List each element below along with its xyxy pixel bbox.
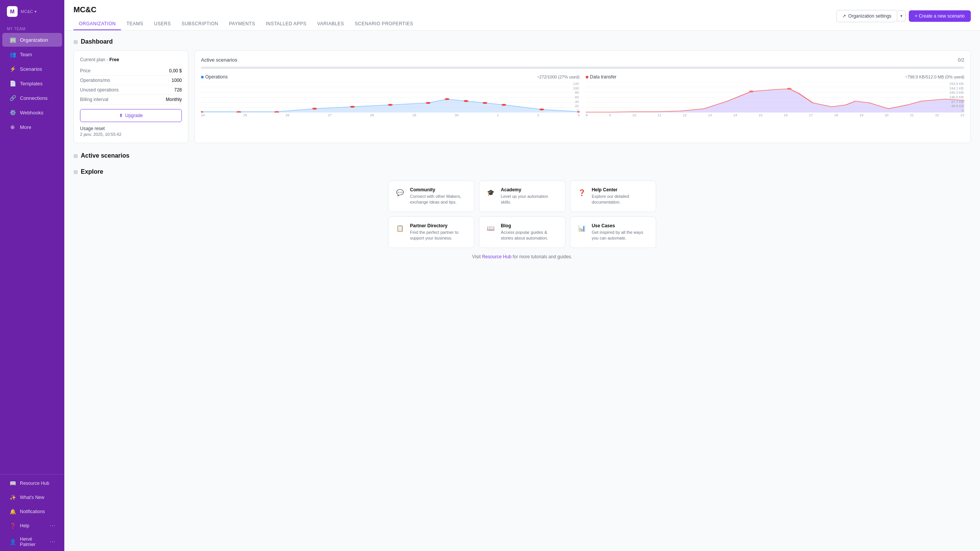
dt-chart-svg [586, 82, 964, 112]
unused-label: Unused operations [80, 87, 119, 93]
active-scenarios-collapse-icon: ▤ [74, 153, 78, 158]
resource-hub-visit-text: Visit [472, 254, 480, 259]
sidebar-item-webhooks[interactable]: ⚙️ Webhooks [2, 106, 62, 119]
sidebar: M MC&C ▾ MY TEAM 🏢 Organization 👥 Team ⚡… [0, 0, 64, 551]
community-title: Community [410, 187, 468, 192]
community-text: Community Connect with other Makers, exc… [410, 187, 468, 205]
tab-users[interactable]: USERS [149, 18, 176, 30]
explore-card-blog[interactable]: 📖 Blog Access popular guides & stories a… [479, 217, 565, 248]
explore-card-community[interactable]: 💬 Community Connect with other Makers, e… [388, 181, 474, 212]
sidebar-item-resource-hub[interactable]: 📖 Resource Hub [2, 476, 62, 490]
explore-card-partner-directory[interactable]: 📋 Partner Directory Find the perfect par… [388, 217, 474, 248]
svg-point-16 [483, 102, 487, 104]
sidebar-item-label: Notifications [20, 509, 45, 514]
upgrade-button[interactable]: ⬆ Upgrade [80, 109, 182, 122]
sidebar-item-notifications[interactable]: 🔔 Notifications [2, 505, 62, 518]
scenarios-progress-bar [201, 67, 964, 69]
billing-value: Monthly [166, 97, 182, 102]
unused-value: 728 [174, 87, 182, 93]
sidebar-item-more[interactable]: ⊕ More [2, 120, 62, 134]
my-team-label: MY TEAM [0, 23, 64, 33]
active-scenarios-title: Active scenarios [81, 152, 129, 159]
operations-label: Operations/mo [80, 78, 110, 83]
ops-chart-svg [201, 82, 580, 112]
topbar-right: ↗ Organization settings ▾ + Create a new… [836, 10, 971, 26]
sidebar-item-label: Scenarios [20, 66, 42, 72]
dt-chart-label-row: Data transfer ~798.9 KB/512.0 MB (0% use… [586, 74, 964, 80]
team-icon: 👥 [9, 51, 16, 58]
explore-card-academy[interactable]: 🎓 Academy Level up your automation skill… [479, 181, 565, 212]
org-settings-label: Organization settings [848, 13, 892, 19]
org-settings-dropdown-button[interactable]: ▾ [897, 10, 906, 21]
whats-new-icon: ✨ [9, 494, 16, 501]
ops-chart-label: Operations [201, 74, 228, 80]
dt-title: Data transfer [590, 74, 616, 80]
community-desc: Connect with other Makers, exchange idea… [410, 194, 468, 205]
tab-payments[interactable]: PAYMENTS [224, 18, 260, 30]
explore-title: Explore [81, 168, 103, 175]
topbar: MC&C ORGANIZATION TEAMS USERS SUBSCRIPTI… [64, 0, 980, 31]
active-scenarios-section-header[interactable]: ▤ Active scenarios [74, 152, 971, 159]
plan-row-operations: Operations/mo 1000 [80, 76, 182, 85]
dashboard-section: ▤ Dashboard Current plan - Free Price 0,… [74, 38, 971, 143]
tab-variables[interactable]: VARIABLES [312, 18, 350, 30]
resource-hub-link[interactable]: Resource Hub [482, 254, 511, 259]
svg-point-17 [501, 104, 506, 106]
explore-section-header[interactable]: ▤ Explore [74, 168, 971, 175]
sidebar-item-templates[interactable]: 📄 Templates [2, 77, 62, 90]
sidebar-item-team[interactable]: 👥 Team [2, 47, 62, 61]
ops-chart-area: 120100806040200 [201, 82, 580, 112]
org-settings-button[interactable]: ↗ Organization settings [836, 10, 897, 22]
sidebar-item-help[interactable]: ❓ Help ⋯ [2, 519, 62, 533]
sidebar-item-label: Webhooks [20, 110, 43, 116]
help-center-text: Help Center Explore our detailed documen… [592, 187, 650, 205]
sidebar-item-label: Team [20, 52, 32, 57]
help-center-icon: ❓ [577, 187, 587, 198]
plan-row-billing: Billing interval Monthly [80, 95, 182, 104]
notifications-icon: 🔔 [9, 508, 16, 515]
upgrade-arrow-icon: ⬆ [119, 113, 123, 118]
create-scenario-button[interactable]: + Create a new scenario [909, 10, 971, 22]
partner-directory-text: Partner Directory Find the perfect partn… [410, 223, 468, 241]
external-link-icon: ↗ [842, 13, 846, 19]
active-scenarios-header: Active scenarios 0/2 [201, 57, 964, 63]
ops-y-labels: 120100806040200 [573, 82, 580, 112]
sidebar-item-scenarios[interactable]: ⚡ Scenarios [2, 62, 62, 76]
explore-card-use-cases[interactable]: 📊 Use Cases Get inspired by all the ways… [570, 217, 656, 248]
svg-point-18 [539, 109, 544, 111]
use-cases-desc: Get inspired by all the ways you can aut… [592, 230, 650, 241]
plan-row-unused: Unused operations 728 [80, 85, 182, 95]
sidebar-item-whats-new[interactable]: ✨ What's New [2, 491, 62, 504]
tab-installed-apps[interactable]: INSTALLED APPS [260, 18, 312, 30]
usage-reset: Usage reset 2 janv. 2025, 10:55:42 [80, 126, 182, 137]
resource-hub-text: Visit Resource Hub for more tutorials an… [74, 254, 971, 259]
explore-collapse-icon: ▤ [74, 169, 78, 174]
help-center-title: Help Center [592, 187, 650, 192]
sidebar-item-label: Templates [20, 81, 42, 86]
svg-point-11 [350, 106, 354, 108]
dashboard-collapse-icon: ▤ [74, 39, 78, 44]
current-plan-value: Free [109, 57, 119, 62]
active-scenarios-title: Active scenarios [201, 57, 237, 63]
dashboard-section-header[interactable]: ▤ Dashboard [74, 38, 971, 45]
ops-title: Operations [205, 74, 228, 80]
operations-value: 1000 [172, 78, 182, 83]
page-title: MC&C [74, 5, 419, 14]
blog-text: Blog Access popular guides & stories abo… [501, 223, 559, 241]
tab-organization[interactable]: ORGANIZATION [74, 18, 121, 30]
svg-point-28 [787, 88, 791, 90]
dashboard-grid: Current plan - Free Price 0,00 $ Operati… [74, 51, 971, 143]
tab-teams[interactable]: TEAMS [121, 18, 149, 30]
sidebar-item-label: Connections [20, 95, 47, 101]
tab-subscription[interactable]: SUBSCRIPTION [176, 18, 224, 30]
svg-point-13 [426, 102, 430, 104]
logo-letter: M [10, 8, 15, 15]
resource-hub-icon: 📖 [9, 480, 16, 487]
dt-usage: ~798.9 KB/512.0 MB (0% used) [905, 75, 964, 79]
sidebar-logo[interactable]: M MC&C ▾ [0, 0, 64, 23]
explore-card-help-center[interactable]: ❓ Help Center Explore our detailed docum… [570, 181, 656, 212]
sidebar-item-user[interactable]: 👤 Hervé Palmier ⋯ [2, 533, 62, 551]
sidebar-item-connections[interactable]: 🔗 Connections [2, 91, 62, 105]
tab-scenario-properties[interactable]: SCENARIO PROPERTIES [350, 18, 419, 30]
sidebar-item-organization[interactable]: 🏢 Organization [2, 33, 62, 47]
